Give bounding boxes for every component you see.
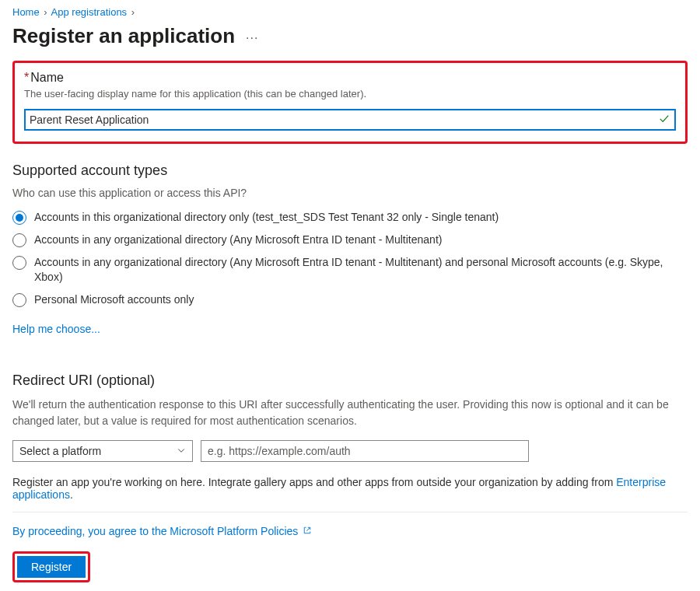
account-type-label: Accounts in this organizational director…	[34, 210, 499, 225]
chevron-right-icon: ›	[131, 6, 135, 18]
name-section-highlight: *Name The user-facing display name for t…	[12, 61, 688, 144]
breadcrumb: Home › App registrations ›	[12, 6, 688, 18]
redirect-uri-title: Redirect URI (optional)	[12, 372, 688, 389]
account-type-option-single-tenant[interactable]: Accounts in this organizational director…	[12, 210, 688, 225]
register-button[interactable]: Register	[17, 556, 86, 578]
breadcrumb-home[interactable]: Home	[12, 6, 40, 18]
divider	[12, 512, 688, 512]
register-button-highlight: Register	[12, 551, 90, 582]
redirect-uri-input[interactable]	[201, 440, 529, 462]
account-type-option-multitenant-personal[interactable]: Accounts in any organizational directory…	[12, 255, 688, 285]
consent-text: By proceeding, you agree to the Microsof…	[12, 525, 312, 537]
radio-icon[interactable]	[12, 233, 26, 247]
integrate-note: Register an app you're working on here. …	[12, 476, 688, 501]
name-field-description: The user-facing display name for this ap…	[24, 88, 676, 100]
account-types-title: Supported account types	[12, 163, 688, 179]
app-name-input[interactable]	[24, 109, 676, 131]
account-type-label: Accounts in any organizational directory…	[34, 233, 442, 247]
account-types-question: Who can use this application or access t…	[12, 187, 688, 199]
account-type-option-personal-only[interactable]: Personal Microsoft accounts only	[12, 292, 688, 307]
external-link-icon	[303, 525, 312, 537]
account-type-label: Accounts in any organizational directory…	[34, 255, 688, 285]
page-title: Register an application	[12, 24, 235, 48]
name-field-label: *Name	[24, 71, 676, 85]
chevron-down-icon	[177, 445, 186, 457]
account-types-section: Supported account types Who can use this…	[12, 163, 688, 335]
platform-select-value: Select a platform	[19, 445, 101, 457]
more-actions-icon[interactable]: ···	[243, 28, 261, 48]
account-type-option-multitenant[interactable]: Accounts in any organizational directory…	[12, 233, 688, 247]
account-type-label: Personal Microsoft accounts only	[34, 292, 194, 307]
help-me-choose-link[interactable]: Help me choose...	[12, 323, 100, 335]
radio-icon[interactable]	[12, 293, 26, 307]
chevron-right-icon: ›	[44, 6, 47, 18]
platform-select[interactable]: Select a platform	[12, 440, 193, 462]
radio-icon[interactable]	[12, 256, 26, 270]
redirect-uri-description: We'll return the authentication response…	[12, 397, 688, 429]
radio-icon[interactable]	[12, 211, 26, 225]
checkmark-icon	[659, 114, 670, 127]
breadcrumb-app-registrations[interactable]: App registrations	[51, 6, 128, 18]
redirect-uri-section: Redirect URI (optional) We'll return the…	[12, 372, 688, 501]
required-star-icon: *	[24, 71, 29, 84]
platform-policies-link[interactable]: By proceeding, you agree to the Microsof…	[12, 525, 298, 537]
